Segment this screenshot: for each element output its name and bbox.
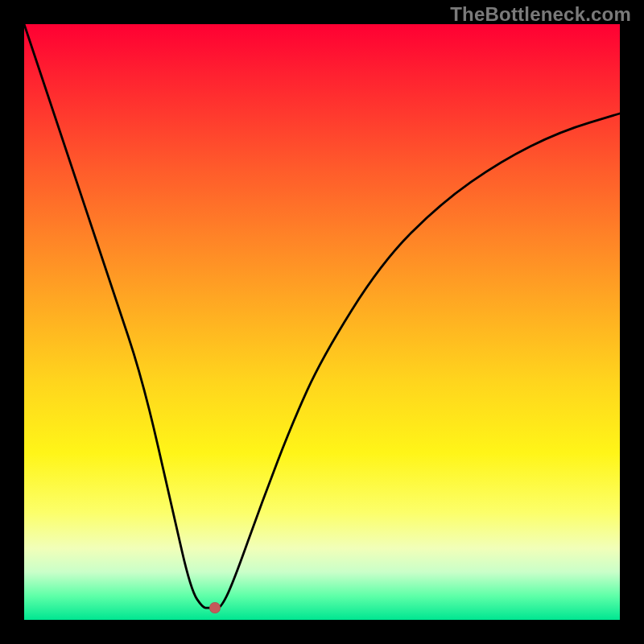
chart-frame: TheBottleneck.com — [0, 0, 644, 644]
watermark-text: TheBottleneck.com — [450, 3, 631, 26]
optimum-marker — [209, 602, 221, 613]
bottleneck-curve — [24, 24, 620, 608]
plot-area — [24, 24, 620, 620]
curve-svg — [24, 24, 620, 620]
